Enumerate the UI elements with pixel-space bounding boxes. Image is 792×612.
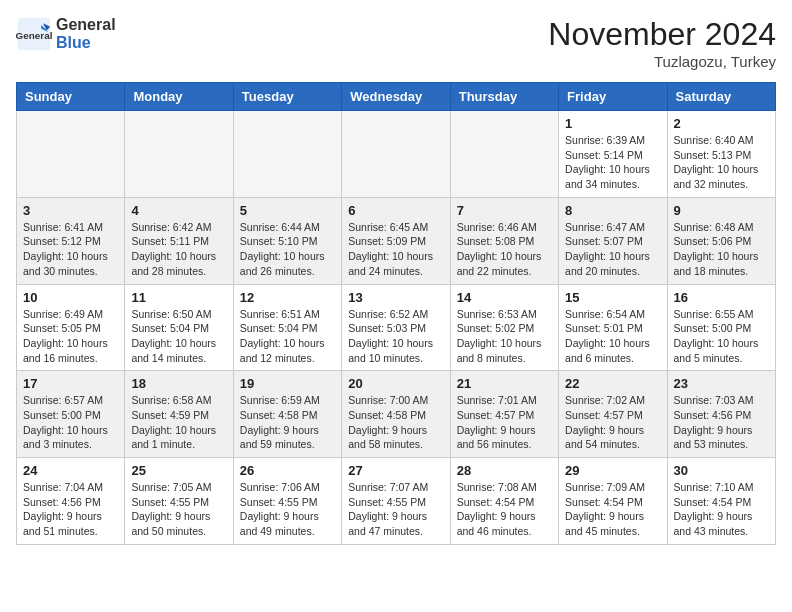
day-info: Sunrise: 7:04 AM Sunset: 4:56 PM Dayligh…: [23, 480, 118, 539]
calendar-cell: 2Sunrise: 6:40 AM Sunset: 5:13 PM Daylig…: [667, 111, 775, 198]
calendar-cell: 6Sunrise: 6:45 AM Sunset: 5:09 PM Daylig…: [342, 197, 450, 284]
day-info: Sunrise: 6:44 AM Sunset: 5:10 PM Dayligh…: [240, 220, 335, 279]
day-number: 23: [674, 376, 769, 391]
day-info: Sunrise: 6:54 AM Sunset: 5:01 PM Dayligh…: [565, 307, 660, 366]
calendar-cell: 12Sunrise: 6:51 AM Sunset: 5:04 PM Dayli…: [233, 284, 341, 371]
day-number: 18: [131, 376, 226, 391]
calendar-cell: [233, 111, 341, 198]
day-number: 7: [457, 203, 552, 218]
logo-general-text: General: [56, 16, 116, 34]
calendar-cell: [342, 111, 450, 198]
day-info: Sunrise: 7:01 AM Sunset: 4:57 PM Dayligh…: [457, 393, 552, 452]
svg-text:General: General: [16, 30, 52, 41]
day-number: 6: [348, 203, 443, 218]
page-header: General General Blue November 2024 Tuzla…: [16, 16, 776, 70]
day-number: 1: [565, 116, 660, 131]
month-title: November 2024: [548, 16, 776, 53]
calendar-cell: 22Sunrise: 7:02 AM Sunset: 4:57 PM Dayli…: [559, 371, 667, 458]
day-info: Sunrise: 7:00 AM Sunset: 4:58 PM Dayligh…: [348, 393, 443, 452]
calendar-cell: [125, 111, 233, 198]
day-info: Sunrise: 6:49 AM Sunset: 5:05 PM Dayligh…: [23, 307, 118, 366]
weekday-header-row: SundayMondayTuesdayWednesdayThursdayFrid…: [17, 83, 776, 111]
day-info: Sunrise: 6:46 AM Sunset: 5:08 PM Dayligh…: [457, 220, 552, 279]
day-info: Sunrise: 6:42 AM Sunset: 5:11 PM Dayligh…: [131, 220, 226, 279]
calendar-week-row: 17Sunrise: 6:57 AM Sunset: 5:00 PM Dayli…: [17, 371, 776, 458]
calendar-cell: 16Sunrise: 6:55 AM Sunset: 5:00 PM Dayli…: [667, 284, 775, 371]
day-number: 30: [674, 463, 769, 478]
calendar-cell: 26Sunrise: 7:06 AM Sunset: 4:55 PM Dayli…: [233, 458, 341, 545]
calendar-cell: 15Sunrise: 6:54 AM Sunset: 5:01 PM Dayli…: [559, 284, 667, 371]
weekday-header-thursday: Thursday: [450, 83, 558, 111]
day-number: 5: [240, 203, 335, 218]
day-info: Sunrise: 7:02 AM Sunset: 4:57 PM Dayligh…: [565, 393, 660, 452]
day-info: Sunrise: 6:40 AM Sunset: 5:13 PM Dayligh…: [674, 133, 769, 192]
calendar-week-row: 3Sunrise: 6:41 AM Sunset: 5:12 PM Daylig…: [17, 197, 776, 284]
day-info: Sunrise: 7:06 AM Sunset: 4:55 PM Dayligh…: [240, 480, 335, 539]
calendar-header: SundayMondayTuesdayWednesdayThursdayFrid…: [17, 83, 776, 111]
calendar-week-row: 24Sunrise: 7:04 AM Sunset: 4:56 PM Dayli…: [17, 458, 776, 545]
weekday-header-saturday: Saturday: [667, 83, 775, 111]
day-number: 11: [131, 290, 226, 305]
day-number: 22: [565, 376, 660, 391]
calendar-cell: 21Sunrise: 7:01 AM Sunset: 4:57 PM Dayli…: [450, 371, 558, 458]
day-info: Sunrise: 6:55 AM Sunset: 5:00 PM Dayligh…: [674, 307, 769, 366]
day-number: 29: [565, 463, 660, 478]
calendar-table: SundayMondayTuesdayWednesdayThursdayFrid…: [16, 82, 776, 545]
day-info: Sunrise: 7:08 AM Sunset: 4:54 PM Dayligh…: [457, 480, 552, 539]
day-info: Sunrise: 6:53 AM Sunset: 5:02 PM Dayligh…: [457, 307, 552, 366]
day-info: Sunrise: 7:09 AM Sunset: 4:54 PM Dayligh…: [565, 480, 660, 539]
weekday-header-monday: Monday: [125, 83, 233, 111]
calendar-cell: 25Sunrise: 7:05 AM Sunset: 4:55 PM Dayli…: [125, 458, 233, 545]
calendar-cell: 14Sunrise: 6:53 AM Sunset: 5:02 PM Dayli…: [450, 284, 558, 371]
calendar-cell: 1Sunrise: 6:39 AM Sunset: 5:14 PM Daylig…: [559, 111, 667, 198]
day-number: 3: [23, 203, 118, 218]
calendar-cell: 20Sunrise: 7:00 AM Sunset: 4:58 PM Dayli…: [342, 371, 450, 458]
day-info: Sunrise: 6:59 AM Sunset: 4:58 PM Dayligh…: [240, 393, 335, 452]
day-number: 17: [23, 376, 118, 391]
day-number: 8: [565, 203, 660, 218]
day-number: 10: [23, 290, 118, 305]
day-number: 9: [674, 203, 769, 218]
weekday-header-tuesday: Tuesday: [233, 83, 341, 111]
calendar-week-row: 10Sunrise: 6:49 AM Sunset: 5:05 PM Dayli…: [17, 284, 776, 371]
day-number: 28: [457, 463, 552, 478]
day-number: 21: [457, 376, 552, 391]
day-info: Sunrise: 6:52 AM Sunset: 5:03 PM Dayligh…: [348, 307, 443, 366]
day-number: 27: [348, 463, 443, 478]
day-number: 16: [674, 290, 769, 305]
calendar-cell: 4Sunrise: 6:42 AM Sunset: 5:11 PM Daylig…: [125, 197, 233, 284]
day-info: Sunrise: 6:51 AM Sunset: 5:04 PM Dayligh…: [240, 307, 335, 366]
weekday-header-sunday: Sunday: [17, 83, 125, 111]
day-number: 4: [131, 203, 226, 218]
logo-text: General Blue: [56, 16, 116, 51]
day-number: 15: [565, 290, 660, 305]
logo-icon: General: [16, 16, 52, 52]
calendar-body: 1Sunrise: 6:39 AM Sunset: 5:14 PM Daylig…: [17, 111, 776, 545]
calendar-cell: 29Sunrise: 7:09 AM Sunset: 4:54 PM Dayli…: [559, 458, 667, 545]
day-number: 14: [457, 290, 552, 305]
calendar-cell: 28Sunrise: 7:08 AM Sunset: 4:54 PM Dayli…: [450, 458, 558, 545]
day-number: 24: [23, 463, 118, 478]
calendar-cell: 11Sunrise: 6:50 AM Sunset: 5:04 PM Dayli…: [125, 284, 233, 371]
calendar-cell: 10Sunrise: 6:49 AM Sunset: 5:05 PM Dayli…: [17, 284, 125, 371]
day-info: Sunrise: 7:05 AM Sunset: 4:55 PM Dayligh…: [131, 480, 226, 539]
calendar-cell: [450, 111, 558, 198]
calendar-cell: 17Sunrise: 6:57 AM Sunset: 5:00 PM Dayli…: [17, 371, 125, 458]
weekday-header-friday: Friday: [559, 83, 667, 111]
calendar-cell: 8Sunrise: 6:47 AM Sunset: 5:07 PM Daylig…: [559, 197, 667, 284]
calendar-cell: 5Sunrise: 6:44 AM Sunset: 5:10 PM Daylig…: [233, 197, 341, 284]
calendar-cell: 19Sunrise: 6:59 AM Sunset: 4:58 PM Dayli…: [233, 371, 341, 458]
weekday-header-wednesday: Wednesday: [342, 83, 450, 111]
day-number: 26: [240, 463, 335, 478]
day-info: Sunrise: 6:50 AM Sunset: 5:04 PM Dayligh…: [131, 307, 226, 366]
calendar-cell: [17, 111, 125, 198]
day-number: 19: [240, 376, 335, 391]
calendar-cell: 23Sunrise: 7:03 AM Sunset: 4:56 PM Dayli…: [667, 371, 775, 458]
calendar-week-row: 1Sunrise: 6:39 AM Sunset: 5:14 PM Daylig…: [17, 111, 776, 198]
day-number: 25: [131, 463, 226, 478]
day-info: Sunrise: 6:39 AM Sunset: 5:14 PM Dayligh…: [565, 133, 660, 192]
day-number: 20: [348, 376, 443, 391]
day-info: Sunrise: 6:48 AM Sunset: 5:06 PM Dayligh…: [674, 220, 769, 279]
day-info: Sunrise: 7:07 AM Sunset: 4:55 PM Dayligh…: [348, 480, 443, 539]
day-info: Sunrise: 6:58 AM Sunset: 4:59 PM Dayligh…: [131, 393, 226, 452]
